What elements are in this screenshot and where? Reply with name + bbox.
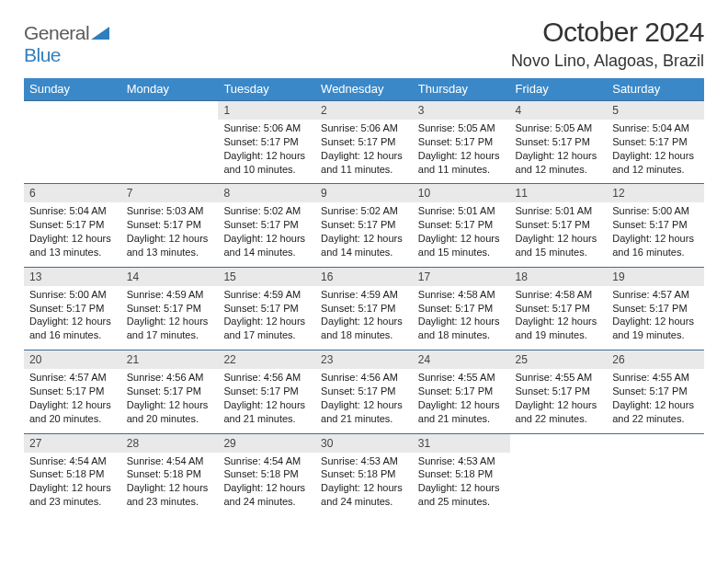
day-number-cell: 10 [413, 184, 510, 203]
weekday-header: Tuesday [218, 78, 315, 101]
weekday-header: Sunday [24, 78, 121, 101]
day-number-cell: 13 [24, 267, 121, 286]
day-detail-cell: Sunrise: 4:57 AMSunset: 5:17 PMDaylight:… [24, 369, 121, 433]
sunrise-text: Sunrise: 4:56 AM [321, 371, 407, 385]
day-number-cell: 19 [607, 267, 704, 286]
weekday-header: Friday [510, 78, 608, 101]
day-number-row: 6789101112 [24, 184, 704, 203]
daylight-text: Daylight: 12 hours and 17 minutes. [127, 315, 213, 342]
sunrise-text: Sunrise: 4:59 AM [321, 288, 407, 302]
daylight-text: Daylight: 12 hours and 20 minutes. [29, 398, 116, 426]
sunrise-text: Sunrise: 5:03 AM [127, 204, 213, 218]
day-number-row: 20212223242526 [24, 350, 704, 370]
sunrise-text: Sunrise: 5:04 AM [612, 121, 699, 135]
daylight-text: Daylight: 12 hours and 25 minutes. [418, 481, 505, 509]
daylight-text: Daylight: 12 hours and 17 minutes. [223, 315, 310, 342]
sunrise-text: Sunrise: 4:57 AM [612, 288, 699, 302]
day-detail-cell: Sunrise: 5:06 AMSunset: 5:17 PMDaylight:… [218, 120, 315, 184]
sunset-text: Sunset: 5:18 PM [29, 467, 116, 481]
day-detail-cell: Sunrise: 4:55 AMSunset: 5:17 PMDaylight:… [510, 369, 608, 433]
daylight-text: Daylight: 12 hours and 24 minutes. [223, 481, 310, 509]
sunrise-text: Sunrise: 4:53 AM [418, 454, 505, 468]
daylight-text: Daylight: 12 hours and 20 minutes. [127, 398, 213, 426]
daylight-text: Daylight: 12 hours and 14 minutes. [321, 232, 407, 259]
daylight-text: Daylight: 12 hours and 21 minutes. [321, 398, 407, 426]
sunrise-text: Sunrise: 5:06 AM [223, 121, 310, 135]
sunrise-text: Sunrise: 5:01 AM [516, 204, 602, 218]
day-detail-cell: Sunrise: 5:00 AMSunset: 5:17 PMDaylight:… [24, 286, 121, 350]
day-detail-cell: Sunrise: 5:04 AMSunset: 5:17 PMDaylight:… [24, 202, 121, 267]
day-detail-cell: Sunrise: 5:04 AMSunset: 5:17 PMDaylight:… [607, 120, 704, 184]
day-detail-cell: Sunrise: 4:56 AMSunset: 5:17 PMDaylight:… [218, 369, 315, 433]
day-number-cell: 14 [121, 267, 219, 286]
sunset-text: Sunset: 5:17 PM [418, 385, 505, 398]
day-number-cell [607, 433, 704, 453]
day-detail-cell: Sunrise: 5:02 AMSunset: 5:17 PMDaylight:… [218, 202, 315, 267]
sunset-text: Sunset: 5:18 PM [321, 467, 407, 481]
daylight-text: Daylight: 12 hours and 15 minutes. [516, 232, 602, 259]
day-number-row: 2728293031 [24, 433, 704, 453]
page-title: October 2024 [511, 17, 704, 48]
sunrise-text: Sunrise: 5:04 AM [29, 204, 116, 218]
day-number-cell: 6 [24, 184, 121, 203]
sunset-text: Sunset: 5:17 PM [516, 385, 602, 398]
sunrise-text: Sunrise: 4:59 AM [127, 288, 213, 302]
title-block: October 2024 Novo Lino, Alagoas, Brazil [511, 17, 704, 71]
sunset-text: Sunset: 5:17 PM [516, 218, 602, 232]
sunrise-text: Sunrise: 4:55 AM [418, 371, 505, 385]
sunset-text: Sunset: 5:17 PM [223, 302, 310, 316]
day-number-cell: 7 [121, 184, 219, 203]
sunset-text: Sunset: 5:17 PM [321, 218, 407, 232]
daylight-text: Daylight: 12 hours and 21 minutes. [418, 398, 505, 426]
day-number-cell: 12 [607, 184, 704, 203]
sunrise-text: Sunrise: 4:55 AM [612, 371, 699, 385]
daylight-text: Daylight: 12 hours and 16 minutes. [612, 232, 699, 259]
day-number-cell [24, 101, 121, 121]
weekday-header: Wednesday [315, 78, 413, 101]
day-detail-cell: Sunrise: 4:59 AMSunset: 5:17 PMDaylight:… [315, 286, 413, 350]
sunset-text: Sunset: 5:18 PM [418, 467, 505, 481]
day-detail-cell: Sunrise: 5:01 AMSunset: 5:17 PMDaylight:… [413, 202, 510, 267]
day-detail-cell: Sunrise: 4:58 AMSunset: 5:17 PMDaylight:… [510, 286, 608, 350]
daylight-text: Daylight: 12 hours and 11 minutes. [418, 149, 505, 177]
day-number-cell: 18 [510, 267, 608, 286]
weekday-header: Saturday [607, 78, 704, 101]
logo-text-blue: Blue [24, 44, 61, 65]
sunrise-text: Sunrise: 4:54 AM [223, 454, 310, 468]
day-number-cell: 29 [218, 433, 315, 453]
sunset-text: Sunset: 5:17 PM [29, 385, 116, 398]
sunset-text: Sunset: 5:17 PM [29, 218, 116, 232]
daylight-text: Daylight: 12 hours and 23 minutes. [127, 481, 213, 509]
day-number-cell [121, 101, 219, 121]
sunset-text: Sunset: 5:17 PM [418, 135, 505, 149]
sunset-text: Sunset: 5:17 PM [127, 218, 213, 232]
day-detail-row: Sunrise: 4:57 AMSunset: 5:17 PMDaylight:… [24, 369, 704, 433]
day-detail-cell: Sunrise: 5:02 AMSunset: 5:17 PMDaylight:… [315, 202, 413, 267]
sunrise-text: Sunrise: 4:56 AM [223, 371, 310, 385]
day-number-cell: 3 [413, 101, 510, 121]
day-detail-cell: Sunrise: 5:03 AMSunset: 5:17 PMDaylight:… [121, 202, 219, 267]
weekday-header: Monday [121, 78, 219, 101]
day-number-cell: 25 [510, 350, 608, 370]
daylight-text: Daylight: 12 hours and 21 minutes. [223, 398, 310, 426]
sunset-text: Sunset: 5:18 PM [223, 467, 310, 481]
day-detail-cell: Sunrise: 4:53 AMSunset: 5:18 PMDaylight:… [413, 453, 510, 516]
sunset-text: Sunset: 5:17 PM [612, 385, 699, 398]
day-number-cell: 9 [315, 184, 413, 203]
day-number-cell: 21 [121, 350, 219, 370]
sunrise-text: Sunrise: 5:00 AM [612, 204, 699, 218]
sunset-text: Sunset: 5:18 PM [127, 467, 213, 481]
day-detail-cell: Sunrise: 4:58 AMSunset: 5:17 PMDaylight:… [413, 286, 510, 350]
day-detail-cell [121, 120, 219, 184]
sunrise-text: Sunrise: 5:02 AM [321, 204, 407, 218]
logo-triangle-icon [91, 27, 109, 40]
sunset-text: Sunset: 5:17 PM [127, 385, 213, 398]
day-detail-cell: Sunrise: 4:54 AMSunset: 5:18 PMDaylight:… [121, 453, 219, 516]
day-detail-row: Sunrise: 5:04 AMSunset: 5:17 PMDaylight:… [24, 202, 704, 267]
sunset-text: Sunset: 5:17 PM [516, 135, 602, 149]
daylight-text: Daylight: 12 hours and 23 minutes. [29, 481, 116, 509]
day-detail-cell: Sunrise: 4:56 AMSunset: 5:17 PMDaylight:… [315, 369, 413, 433]
sunset-text: Sunset: 5:17 PM [612, 302, 699, 316]
sunrise-text: Sunrise: 4:57 AM [29, 371, 116, 385]
logo: General Blue [24, 17, 109, 66]
